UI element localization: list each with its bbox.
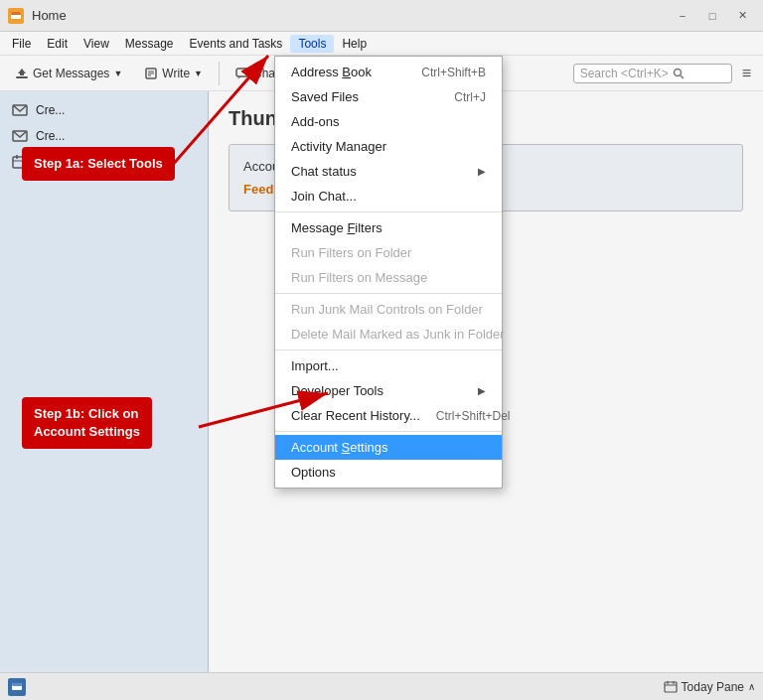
- restore-button[interactable]: □: [699, 6, 725, 26]
- close-button[interactable]: ✕: [729, 6, 755, 26]
- svg-marker-4: [18, 69, 26, 75]
- app-icon: [8, 8, 24, 24]
- download-icon: [15, 67, 29, 80]
- svg-point-11: [674, 69, 681, 75]
- menu-bar: File Edit View Message Events and Tasks …: [0, 32, 763, 56]
- search-placeholder: Search <Ctrl+K>: [580, 67, 669, 80]
- sidebar-item-calendar[interactable]: Cre...: [0, 149, 208, 175]
- menu-view[interactable]: View: [76, 35, 117, 53]
- sidebar: Cre... Cre... Cre...: [0, 91, 209, 672]
- envelope-icon: [12, 102, 28, 118]
- menu-help[interactable]: Help: [334, 35, 375, 53]
- svg-rect-22: [665, 682, 677, 692]
- sidebar-item-create-account[interactable]: Cre...: [0, 97, 208, 123]
- get-messages-button[interactable]: Get Messages ▼: [6, 63, 131, 84]
- status-right: Today Pane ∧: [664, 680, 755, 694]
- calendar-status-icon: [664, 680, 678, 694]
- write-label: Write: [162, 67, 190, 80]
- search-icon: [673, 68, 685, 79]
- today-pane-arrow[interactable]: ∧: [748, 681, 755, 692]
- window-controls: − □ ✕: [670, 6, 755, 26]
- search-box[interactable]: Search <Ctrl+K>: [573, 64, 732, 83]
- account-label: Accou...: [243, 159, 290, 174]
- chat-icon: [235, 67, 249, 80]
- title-bar-left: Home: [8, 8, 67, 24]
- sidebar-calendar-label: Cre...: [36, 155, 65, 169]
- get-messages-arrow[interactable]: ▼: [113, 69, 122, 78]
- chat-button[interactable]: Chat: [227, 63, 287, 84]
- svg-line-12: [681, 75, 684, 78]
- write-button[interactable]: Write ▼: [135, 63, 212, 84]
- write-arrow[interactable]: ▼: [194, 69, 203, 78]
- status-bar: Today Pane ∧: [0, 672, 763, 700]
- menu-message[interactable]: Message: [117, 35, 182, 53]
- today-pane-label[interactable]: Today Pane: [682, 680, 744, 694]
- status-app-icon: [8, 678, 26, 696]
- svg-rect-21: [12, 683, 22, 686]
- sidebar-item-create-account2[interactable]: Cre...: [0, 123, 208, 149]
- status-left: [8, 678, 26, 696]
- content-title: Thunde...: [229, 107, 743, 130]
- toolbar: Get Messages ▼ Write ▼ Chat Search <Ctrl…: [0, 56, 763, 91]
- feeds-row: Feeds: [243, 178, 728, 201]
- menu-file[interactable]: File: [4, 35, 39, 53]
- main-layout: Cre... Cre... Cre... Thunde... Accou...: [0, 91, 763, 672]
- menu-tools[interactable]: Tools: [290, 35, 334, 53]
- feeds-label: Feeds: [243, 182, 281, 197]
- write-icon: [144, 67, 158, 80]
- account-section: Accou... Feeds: [229, 144, 743, 211]
- content-area: Thunde... Accou... Feeds: [209, 91, 763, 672]
- sidebar-create-label-1: Cre...: [36, 103, 65, 117]
- envelope2-icon: [12, 128, 28, 144]
- get-messages-label: Get Messages: [33, 67, 109, 80]
- svg-rect-15: [13, 157, 27, 168]
- calendar-icon: [12, 154, 28, 170]
- window-title: Home: [32, 8, 67, 23]
- menu-events-tasks[interactable]: Events and Tasks: [182, 35, 291, 53]
- svg-rect-9: [236, 69, 248, 76]
- account-row: Accou...: [243, 155, 728, 178]
- minimize-button[interactable]: −: [670, 6, 695, 26]
- chat-label: Chat: [253, 67, 278, 80]
- title-bar: Home − □ ✕: [0, 0, 763, 32]
- svg-rect-3: [16, 76, 28, 78]
- svg-rect-2: [11, 12, 21, 15]
- menu-edit[interactable]: Edit: [39, 35, 76, 53]
- toolbar-separator-1: [219, 62, 220, 85]
- hamburger-button[interactable]: ≡: [736, 63, 757, 84]
- sidebar-create-label-2: Cre...: [36, 129, 65, 143]
